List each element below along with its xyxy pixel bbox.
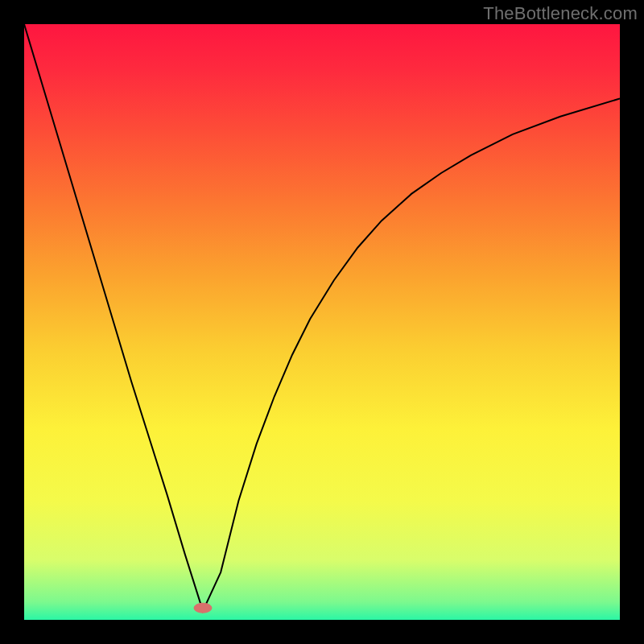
plot-area — [24, 24, 620, 620]
minimum-marker — [194, 603, 212, 613]
chart-frame: TheBottleneck.com — [0, 0, 644, 644]
watermark-text: TheBottleneck.com — [483, 3, 638, 24]
plot-svg — [24, 24, 620, 620]
